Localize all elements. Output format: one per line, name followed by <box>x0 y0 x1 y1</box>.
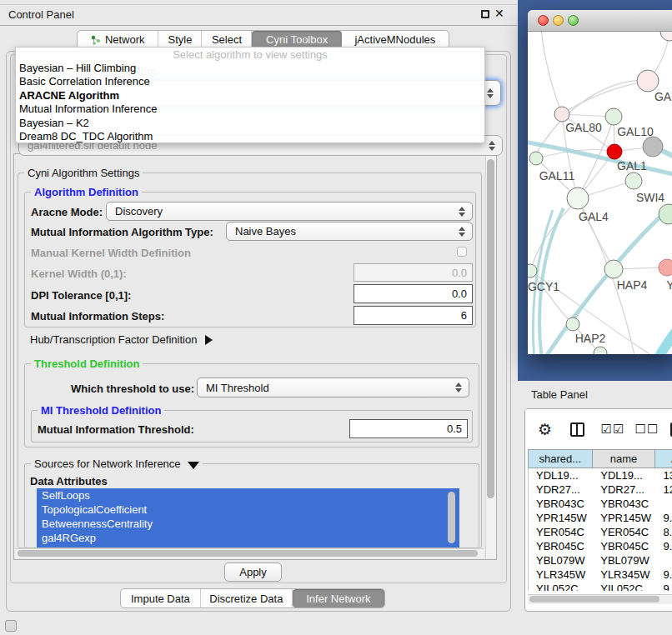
tab-jactivemnodules[interactable]: jActiveMNodules <box>342 31 449 48</box>
network-node[interactable] <box>554 107 569 122</box>
network-node[interactable] <box>566 318 579 331</box>
columns-icon[interactable] <box>570 422 584 437</box>
table-cell: 9. <box>656 539 672 553</box>
network-graph[interactable]: GALGAL80GAL10GAL1GAL11SWI4GAL4GCY1HAP4YH… <box>528 32 672 354</box>
list-item[interactable]: SelfLoops <box>37 488 459 502</box>
list-item[interactable]: BetweennessCentrality <box>37 517 459 531</box>
table-cell: 9. <box>656 511 672 525</box>
sources-title[interactable]: Sources for Network Inference <box>31 458 203 470</box>
network-window[interactable]: GALGAL80GAL10GAL1GAL11SWI4GAL4GCY1HAP4YH… <box>528 10 672 354</box>
kernel-width-label: Kernel Width (0,1): <box>31 268 127 280</box>
dropdown-item[interactable]: Dream8 DC_TDC Algorithm <box>16 130 484 143</box>
cyni-algorithm-settings-title: Cyni Algorithm Settings <box>24 167 143 179</box>
node-label: GAL10 <box>617 125 654 138</box>
tab-discretize-data[interactable]: Discretize Data <box>201 589 293 608</box>
network-node[interactable] <box>604 260 623 278</box>
mi-type-combo[interactable]: Naive Bayes <box>226 222 473 241</box>
column-header[interactable]: A <box>655 449 672 468</box>
which-threshold-combo[interactable]: MI Threshold <box>197 378 469 398</box>
dropdown-item[interactable]: Basic Correlation Inference <box>16 75 484 88</box>
node-table: shared...nameA YDL19...YDL19...13YDR27..… <box>528 449 672 591</box>
mi-steps-field[interactable]: 6 <box>354 306 473 325</box>
dropdown-item[interactable]: Bayesian – K2 <box>16 117 484 130</box>
network-node[interactable] <box>637 70 659 92</box>
manual-kernel-checkbox[interactable] <box>457 247 467 257</box>
which-threshold-label: Which threshold to use: <box>71 382 194 395</box>
dpi-tolerance-field[interactable]: 0.0 <box>354 284 473 303</box>
list-scrollbar-thumb[interactable] <box>448 492 455 543</box>
table-cell: YIL052C <box>529 582 593 591</box>
stepper-icon <box>459 207 465 217</box>
close-icon[interactable]: ✕ <box>494 7 504 20</box>
list-item[interactable]: gal4RGexp <box>37 531 459 545</box>
network-node[interactable] <box>528 264 537 278</box>
table-cell: YDR27... <box>529 482 593 497</box>
network-node[interactable] <box>643 137 663 157</box>
table-row[interactable]: YBR043CYBR043C <box>529 497 672 511</box>
zoom-traffic-light-icon[interactable] <box>568 15 579 26</box>
network-node[interactable] <box>594 347 607 354</box>
apply-button[interactable]: Apply <box>224 562 282 582</box>
table-cell: YBL079W <box>593 553 655 568</box>
aracne-mode-value: Discovery <box>115 205 163 218</box>
table-cell: YBR043C <box>593 497 655 511</box>
tab-style[interactable]: Style <box>158 31 202 48</box>
network-window-titlebar[interactable] <box>528 10 672 32</box>
network-node[interactable] <box>605 108 622 125</box>
deselect-all-checkboxes-icon[interactable]: ☐☐ <box>634 422 659 437</box>
select-all-checkboxes-icon[interactable]: ☑☑ <box>601 422 625 437</box>
data-attributes-list[interactable]: SelfLoopsTopologicalCoefficientBetweenne… <box>37 488 459 548</box>
hub-definition-toggle[interactable]: Hub/Transcription Factor Definition <box>30 333 213 346</box>
gear-icon[interactable]: ⚙ <box>538 420 552 439</box>
table-panel-title: Table Panel <box>531 388 588 401</box>
float-window-icon[interactable] <box>481 10 489 18</box>
dropdown-item[interactable]: ARACNE Algorithm <box>16 89 484 102</box>
table-row[interactable]: YER054CYER054C8. <box>529 525 672 539</box>
network-node[interactable] <box>625 172 642 189</box>
tab-cyni-toolbox[interactable]: Cyni Toolbox <box>252 31 341 48</box>
dropdown-item[interactable]: Mutual Information Inference <box>16 102 484 116</box>
table-cell <box>656 497 672 511</box>
threshold-definition-title: Threshold Definition <box>31 358 143 370</box>
tab-network[interactable]: Network <box>78 31 158 48</box>
column-header[interactable]: name <box>593 449 656 468</box>
network-canvas[interactable]: GALGAL80GAL10GAL1GAL11SWI4GAL4GCY1HAP4YH… <box>528 32 672 354</box>
table-row[interactable]: YPR145WYPR145W9. <box>529 511 672 525</box>
network-node[interactable] <box>529 152 543 165</box>
table-row[interactable]: YDL19...YDL19...13 <box>529 468 672 482</box>
aracne-mode-combo[interactable]: Discovery <box>106 202 473 221</box>
table-cell: YLR345W <box>593 568 655 582</box>
table-cell <box>656 553 672 568</box>
table-row[interactable]: YBR045CYBR045C9. <box>529 539 672 553</box>
tab-select[interactable]: Select <box>202 31 252 48</box>
table-row[interactable]: YIL052CYIL052C9 <box>529 582 672 591</box>
table-row[interactable]: YLR345WYLR345W9. <box>529 568 672 582</box>
kernel-width-field[interactable]: 0.0 <box>354 263 473 282</box>
table-cell: YDL19... <box>593 468 655 482</box>
tab-infer-network[interactable]: Infer Network <box>293 589 384 608</box>
network-node[interactable] <box>659 204 672 224</box>
network-node[interactable] <box>607 144 622 159</box>
network-node[interactable] <box>659 259 672 276</box>
mi-threshold-field[interactable]: 0.5 <box>349 419 468 438</box>
tab-impute-data[interactable]: Impute Data <box>121 589 201 608</box>
list-item[interactable]: TopologicalCoefficient <box>37 502 459 517</box>
table-row[interactable]: YDR27...YDR27...12 <box>529 482 672 497</box>
collapse-down-icon[interactable] <box>188 462 199 469</box>
expand-right-icon[interactable] <box>205 335 213 345</box>
screen: Control Panel ✕ NetworkStyleSelectCyni T… <box>0 0 672 635</box>
close-traffic-light-icon[interactable] <box>538 15 549 26</box>
node-label: GAL80 <box>565 121 602 134</box>
table-hscrollbar-thumb[interactable] <box>529 596 659 602</box>
column-header[interactable]: shared... <box>528 449 593 468</box>
table-cell: YPR145W <box>529 511 593 525</box>
dropdown-item[interactable]: Bayesian – Hill Climbing <box>16 62 484 75</box>
network-node[interactable] <box>567 188 589 209</box>
vertical-scrollbar-thumb[interactable] <box>487 159 494 498</box>
minimize-traffic-light-icon[interactable] <box>553 15 564 26</box>
table-row[interactable]: YBL079WYBL079W <box>529 553 672 568</box>
horizontal-scrollbar-thumb[interactable] <box>18 550 478 557</box>
minimized-panel-icon[interactable] <box>5 620 17 632</box>
list-item-partial[interactable] <box>37 545 459 548</box>
network-node[interactable] <box>660 32 672 41</box>
